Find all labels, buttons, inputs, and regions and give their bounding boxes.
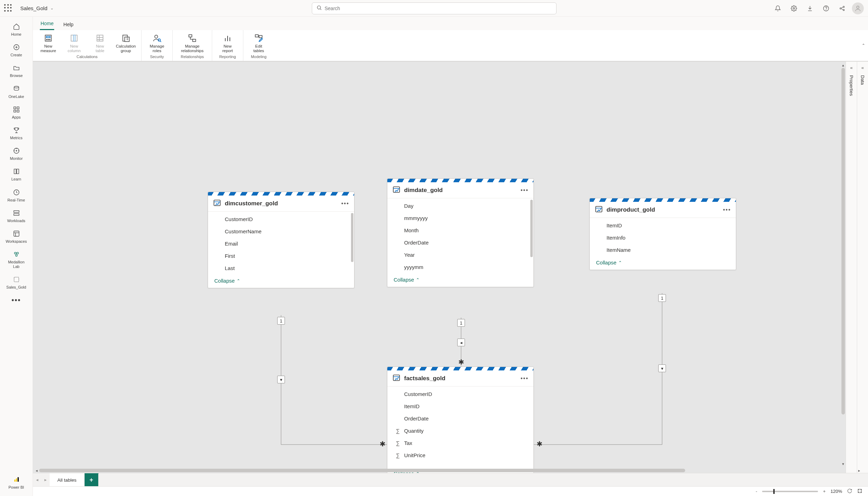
column-row[interactable]: CustomerID <box>387 388 533 400</box>
nav-workspaces[interactable]: Workspaces <box>0 227 33 247</box>
table-menu-icon[interactable]: ••• <box>341 200 349 207</box>
zoom-reset-icon[interactable] <box>847 488 852 495</box>
svg-point-27 <box>14 252 16 254</box>
column-row[interactable]: First <box>208 250 354 262</box>
column-row[interactable]: ItemInfo <box>590 232 736 244</box>
svg-rect-18 <box>17 110 19 112</box>
topbar-actions <box>772 2 864 15</box>
column-row[interactable]: ∑Tax <box>387 437 533 449</box>
column-row[interactable]: yyyymm <box>387 261 533 273</box>
canvas-vertical-scrollbar[interactable]: ▴ ▾ <box>841 63 846 467</box>
nav-realtime[interactable]: Real-Time <box>0 185 33 206</box>
nav-monitor[interactable]: Monitor <box>0 144 33 164</box>
column-row[interactable]: OrderDate <box>387 412 533 425</box>
powerbi-icon <box>12 475 21 484</box>
scroll-down-icon[interactable]: ▾ <box>842 462 844 467</box>
chevron-up-icon: ⌃ <box>237 278 240 283</box>
search-input[interactable] <box>325 6 552 11</box>
table-menu-icon[interactable]: ••• <box>723 207 731 213</box>
table-menu-icon[interactable]: ••• <box>521 187 529 193</box>
zoom-in-button[interactable]: + <box>823 489 826 494</box>
powerbi-brand[interactable]: Power BI <box>0 473 33 493</box>
manage-relationships-button[interactable]: Manage relationships <box>176 32 208 54</box>
edit-tables-button[interactable]: Edit tables <box>247 32 271 54</box>
column-row[interactable]: Month <box>387 224 533 236</box>
new-report-button[interactable]: New report <box>216 32 239 54</box>
tab-nav-left-icon[interactable]: ◂ <box>33 477 41 482</box>
left-nav-rail: Home Create Browse OneLake Apps Metrics … <box>0 17 33 496</box>
collapse-ribbon-icon[interactable]: ⌃ <box>862 43 865 48</box>
workloads-icon <box>12 209 21 217</box>
table-dimproduct-gold[interactable]: dimproduct_gold ••• ItemID ItemInfo Item… <box>589 198 736 270</box>
tab-all-tables[interactable]: All tables <box>50 473 85 487</box>
card-scrollbar[interactable] <box>530 200 533 273</box>
column-row[interactable]: CustomerName <box>208 225 354 238</box>
nav-create[interactable]: Create <box>0 40 33 61</box>
file-name-dropdown[interactable]: Sales_Gold ⌄ <box>20 5 53 11</box>
tab-home[interactable]: Home <box>40 19 54 30</box>
settings-icon[interactable] <box>788 2 800 15</box>
help-icon[interactable] <box>820 2 832 15</box>
column-row[interactable]: ∑UnitPrice <box>387 449 533 461</box>
collapse-toggle[interactable]: Collapse⌃ <box>590 257 736 270</box>
column-row[interactable]: mmmyyyy <box>387 212 533 224</box>
column-row[interactable]: Email <box>208 238 354 250</box>
column-row[interactable]: CustomerID <box>208 213 354 225</box>
canvas-horizontal-scrollbar[interactable]: ◂ ▸ <box>34 468 862 473</box>
add-layout-button[interactable]: + <box>85 473 99 487</box>
nav-more[interactable]: ••• <box>12 293 21 309</box>
column-row[interactable]: ∑Quantity <box>387 425 533 437</box>
model-canvas[interactable]: 1 ▾ ✱ 1 ◂ ✱ 1 ▾ ✱ dimcustomer_gold ••• <box>33 62 868 473</box>
zoom-out-button[interactable]: - <box>756 489 757 494</box>
nav-apps[interactable]: Apps <box>0 102 33 123</box>
manage-roles-button[interactable]: Manage roles <box>145 32 169 54</box>
expand-pane-icon[interactable]: « <box>850 65 853 70</box>
nav-home[interactable]: Home <box>0 20 33 40</box>
search-box[interactable] <box>312 2 557 14</box>
expand-pane-icon[interactable]: « <box>861 65 864 70</box>
nav-learn[interactable]: Learn <box>0 164 33 185</box>
tab-help[interactable]: Help <box>63 20 74 30</box>
table-title: factsales_gold <box>404 375 445 382</box>
scroll-up-icon[interactable]: ▴ <box>842 63 844 68</box>
column-row[interactable]: ItemID <box>590 219 736 232</box>
new-measure-button[interactable]: New measure <box>36 32 60 54</box>
nav-browse[interactable]: Browse <box>0 61 33 82</box>
nav-metrics[interactable]: Metrics <box>0 123 33 144</box>
collapse-toggle[interactable]: Collapse⌃ <box>387 275 533 287</box>
zoom-slider[interactable] <box>762 491 818 492</box>
share-icon[interactable] <box>836 2 848 15</box>
nav-workloads[interactable]: Workloads <box>0 206 33 227</box>
filter-arrow-icon: ▾ <box>658 364 666 372</box>
scroll-right-icon[interactable]: ▸ <box>857 468 862 473</box>
column-row[interactable]: ItemID <box>387 400 533 412</box>
relationships-icon <box>187 33 198 43</box>
calculation-group-button[interactable]: Calculation group <box>114 32 138 54</box>
card-scrollbar[interactable] <box>351 213 353 274</box>
nav-onelake[interactable]: OneLake <box>0 82 33 102</box>
scroll-left-icon[interactable]: ◂ <box>34 468 39 473</box>
column-row[interactable]: Last <box>208 262 354 274</box>
column-row[interactable]: OrderDate <box>387 236 533 249</box>
download-icon[interactable] <box>804 2 816 15</box>
table-menu-icon[interactable]: ••• <box>521 375 529 382</box>
column-row[interactable]: Year <box>387 249 533 261</box>
collapse-toggle[interactable]: Collapse⌃ <box>208 276 354 288</box>
svg-line-9 <box>841 8 843 9</box>
column-row[interactable]: Day <box>387 200 533 212</box>
nav-sales-gold[interactable]: Sales_Gold <box>0 272 33 293</box>
account-avatar[interactable] <box>852 2 864 14</box>
column-row[interactable]: ItemName <box>590 244 736 256</box>
table-factsales-gold[interactable]: factsales_gold ••• CustomerID ItemID Ord… <box>387 367 534 473</box>
tab-nav-right-icon[interactable]: ▸ <box>41 477 50 482</box>
chevron-up-icon: ⌃ <box>618 260 622 265</box>
properties-pane-collapsed[interactable]: « Properties <box>846 62 857 473</box>
fit-to-screen-icon[interactable] <box>857 488 862 495</box>
table-dimcustomer-gold[interactable]: dimcustomer_gold ••• CustomerID Customer… <box>208 192 354 288</box>
nav-medallion-lab[interactable]: Medallion Lab <box>0 247 33 272</box>
notifications-icon[interactable] <box>772 2 784 15</box>
data-pane-collapsed[interactable]: « Data <box>857 62 868 473</box>
app-launcher-icon[interactable] <box>4 4 13 13</box>
table-dimdate-gold[interactable]: dimdate_gold ••• Day mmmyyyy Month Order… <box>387 178 534 287</box>
filter-arrow-icon: ◂ <box>457 339 465 346</box>
